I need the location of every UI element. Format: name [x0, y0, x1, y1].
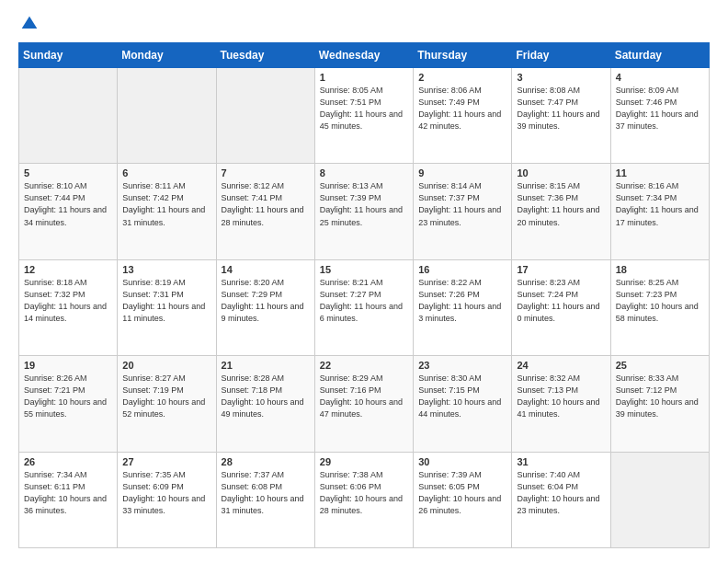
calendar-cell: 11Sunrise: 8:16 AM Sunset: 7:34 PM Dayli… [610, 164, 709, 259]
day-info: Sunrise: 8:21 AM Sunset: 7:27 PM Dayligh… [320, 277, 408, 325]
calendar-cell: 17Sunrise: 8:23 AM Sunset: 7:24 PM Dayli… [512, 259, 610, 355]
calendar-cell [118, 68, 216, 164]
calendar-cell: 26Sunrise: 7:34 AM Sunset: 6:11 PM Dayli… [19, 452, 118, 547]
calendar-cell: 16Sunrise: 8:22 AM Sunset: 7:26 PM Dayli… [414, 259, 512, 355]
calendar-cell: 10Sunrise: 8:15 AM Sunset: 7:36 PM Dayli… [512, 164, 610, 259]
day-number: 11 [616, 167, 704, 178]
day-info: Sunrise: 8:23 AM Sunset: 7:24 PM Dayligh… [517, 277, 605, 325]
day-number: 31 [517, 456, 605, 467]
day-info: Sunrise: 8:26 AM Sunset: 7:21 PM Dayligh… [24, 373, 112, 420]
header [18, 15, 710, 33]
logo-text [18, 15, 39, 33]
day-info: Sunrise: 8:10 AM Sunset: 7:44 PM Dayligh… [24, 180, 112, 228]
day-info: Sunrise: 8:22 AM Sunset: 7:26 PM Dayligh… [418, 277, 506, 325]
day-info: Sunrise: 8:29 AM Sunset: 7:16 PM Dayligh… [320, 373, 408, 420]
calendar-cell: 6Sunrise: 8:11 AM Sunset: 7:42 PM Daylig… [118, 164, 216, 259]
day-info: Sunrise: 8:25 AM Sunset: 7:23 PM Dayligh… [616, 277, 704, 325]
day-info: Sunrise: 8:18 AM Sunset: 7:32 PM Dayligh… [24, 277, 112, 325]
calendar-cell: 8Sunrise: 8:13 AM Sunset: 7:39 PM Daylig… [314, 164, 413, 259]
calendar-cell [216, 68, 314, 164]
day-info: Sunrise: 7:40 AM Sunset: 6:04 PM Dayligh… [517, 469, 605, 517]
calendar-cell: 29Sunrise: 7:38 AM Sunset: 6:06 PM Dayli… [314, 452, 413, 547]
calendar-week-5: 26Sunrise: 7:34 AM Sunset: 6:11 PM Dayli… [19, 452, 710, 547]
calendar-cell: 22Sunrise: 8:29 AM Sunset: 7:16 PM Dayli… [314, 356, 413, 452]
calendar-header-wednesday: Wednesday [314, 43, 413, 68]
day-number: 20 [122, 360, 210, 371]
day-info: Sunrise: 8:14 AM Sunset: 7:37 PM Dayligh… [418, 180, 506, 228]
day-number: 3 [517, 72, 605, 83]
day-number: 29 [320, 456, 408, 467]
svg-marker-0 [22, 17, 38, 29]
day-number: 14 [222, 264, 310, 275]
day-info: Sunrise: 8:16 AM Sunset: 7:34 PM Dayligh… [616, 180, 704, 228]
calendar-cell: 15Sunrise: 8:21 AM Sunset: 7:27 PM Dayli… [314, 259, 413, 355]
calendar-cell: 28Sunrise: 7:37 AM Sunset: 6:08 PM Dayli… [216, 452, 314, 547]
day-number: 22 [320, 360, 408, 371]
day-number: 9 [418, 167, 506, 178]
calendar-cell: 19Sunrise: 8:26 AM Sunset: 7:21 PM Dayli… [19, 356, 118, 452]
calendar-cell: 5Sunrise: 8:10 AM Sunset: 7:44 PM Daylig… [19, 164, 118, 259]
day-info: Sunrise: 8:06 AM Sunset: 7:49 PM Dayligh… [418, 85, 506, 132]
day-number: 21 [222, 360, 310, 371]
day-number: 7 [222, 167, 310, 178]
calendar-header-friday: Friday [512, 43, 610, 68]
day-number: 13 [122, 264, 210, 275]
day-info: Sunrise: 7:37 AM Sunset: 6:08 PM Dayligh… [222, 469, 310, 517]
day-info: Sunrise: 8:19 AM Sunset: 7:31 PM Dayligh… [122, 277, 210, 325]
calendar-cell [19, 68, 118, 164]
calendar-cell: 7Sunrise: 8:12 AM Sunset: 7:41 PM Daylig… [216, 164, 314, 259]
day-info: Sunrise: 8:08 AM Sunset: 7:47 PM Dayligh… [517, 85, 605, 132]
day-info: Sunrise: 7:39 AM Sunset: 6:05 PM Dayligh… [418, 469, 506, 517]
day-number: 24 [517, 360, 605, 371]
calendar-header-row: SundayMondayTuesdayWednesdayThursdayFrid… [19, 43, 710, 68]
calendar-cell: 18Sunrise: 8:25 AM Sunset: 7:23 PM Dayli… [610, 259, 709, 355]
day-number: 25 [616, 360, 704, 371]
calendar-header-sunday: Sunday [19, 43, 118, 68]
calendar-cell: 13Sunrise: 8:19 AM Sunset: 7:31 PM Dayli… [118, 259, 216, 355]
day-number: 12 [24, 264, 112, 275]
day-info: Sunrise: 8:20 AM Sunset: 7:29 PM Dayligh… [222, 277, 310, 325]
day-info: Sunrise: 7:38 AM Sunset: 6:06 PM Dayligh… [320, 469, 408, 517]
day-info: Sunrise: 8:28 AM Sunset: 7:18 PM Dayligh… [222, 373, 310, 420]
day-number: 4 [616, 72, 704, 83]
calendar-cell: 1Sunrise: 8:05 AM Sunset: 7:51 PM Daylig… [314, 68, 413, 164]
calendar-cell: 3Sunrise: 8:08 AM Sunset: 7:47 PM Daylig… [512, 68, 610, 164]
calendar-week-1: 1Sunrise: 8:05 AM Sunset: 7:51 PM Daylig… [19, 68, 710, 164]
day-info: Sunrise: 8:27 AM Sunset: 7:19 PM Dayligh… [122, 373, 210, 420]
calendar-cell: 12Sunrise: 8:18 AM Sunset: 7:32 PM Dayli… [19, 259, 118, 355]
calendar-cell: 20Sunrise: 8:27 AM Sunset: 7:19 PM Dayli… [118, 356, 216, 452]
day-number: 30 [418, 456, 506, 467]
calendar-cell: 4Sunrise: 8:09 AM Sunset: 7:46 PM Daylig… [610, 68, 709, 164]
day-info: Sunrise: 8:32 AM Sunset: 7:13 PM Dayligh… [517, 373, 605, 420]
day-number: 1 [320, 72, 408, 83]
day-info: Sunrise: 7:35 AM Sunset: 6:09 PM Dayligh… [122, 469, 210, 517]
day-number: 16 [418, 264, 506, 275]
day-info: Sunrise: 8:13 AM Sunset: 7:39 PM Dayligh… [320, 180, 408, 228]
logo [18, 15, 39, 33]
calendar-header-thursday: Thursday [414, 43, 512, 68]
calendar-cell: 21Sunrise: 8:28 AM Sunset: 7:18 PM Dayli… [216, 356, 314, 452]
calendar-cell [610, 452, 709, 547]
calendar-cell: 14Sunrise: 8:20 AM Sunset: 7:29 PM Dayli… [216, 259, 314, 355]
calendar-header-saturday: Saturday [610, 43, 709, 68]
calendar-week-2: 5Sunrise: 8:10 AM Sunset: 7:44 PM Daylig… [19, 164, 710, 259]
day-number: 15 [320, 264, 408, 275]
calendar-cell: 27Sunrise: 7:35 AM Sunset: 6:09 PM Dayli… [118, 452, 216, 547]
day-number: 27 [122, 456, 210, 467]
calendar-cell: 30Sunrise: 7:39 AM Sunset: 6:05 PM Dayli… [414, 452, 512, 547]
day-info: Sunrise: 8:09 AM Sunset: 7:46 PM Dayligh… [616, 85, 704, 132]
calendar-week-3: 12Sunrise: 8:18 AM Sunset: 7:32 PM Dayli… [19, 259, 710, 355]
calendar-cell: 25Sunrise: 8:33 AM Sunset: 7:12 PM Dayli… [610, 356, 709, 452]
day-number: 10 [517, 167, 605, 178]
day-number: 23 [418, 360, 506, 371]
day-info: Sunrise: 8:30 AM Sunset: 7:15 PM Dayligh… [418, 373, 506, 420]
calendar-cell: 9Sunrise: 8:14 AM Sunset: 7:37 PM Daylig… [414, 164, 512, 259]
day-number: 8 [320, 167, 408, 178]
day-info: Sunrise: 8:11 AM Sunset: 7:42 PM Dayligh… [122, 180, 210, 228]
calendar-cell: 24Sunrise: 8:32 AM Sunset: 7:13 PM Dayli… [512, 356, 610, 452]
calendar-table: SundayMondayTuesdayWednesdayThursdayFrid… [18, 42, 710, 548]
calendar-week-4: 19Sunrise: 8:26 AM Sunset: 7:21 PM Dayli… [19, 356, 710, 452]
calendar-header-tuesday: Tuesday [216, 43, 314, 68]
calendar-cell: 2Sunrise: 8:06 AM Sunset: 7:49 PM Daylig… [414, 68, 512, 164]
logo-icon [20, 15, 39, 33]
